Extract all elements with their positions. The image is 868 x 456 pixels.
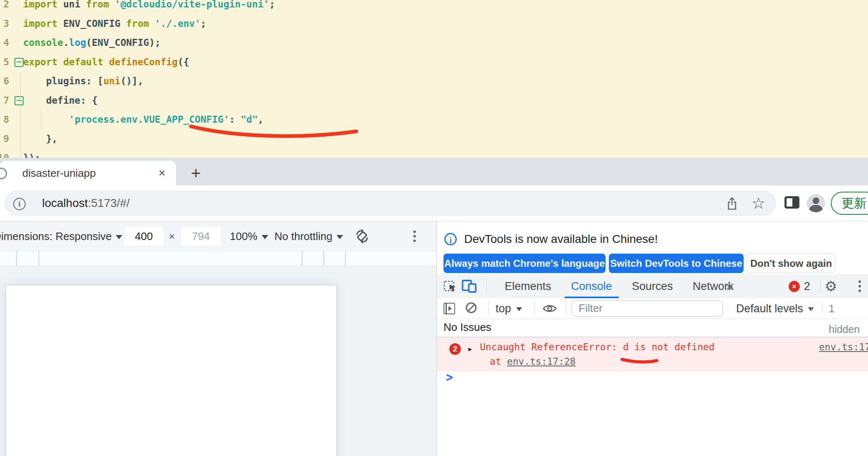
dimensions-dropdown[interactable]: Dimensions: Responsive xyxy=(0,221,122,251)
new-tab-button[interactable]: + xyxy=(187,161,205,185)
rotate-device-icon[interactable] xyxy=(354,228,370,245)
console-error-message[interactable]: 2 ▶ Uncaught ReferenceError: d is not de… xyxy=(437,337,868,371)
separator xyxy=(488,302,489,316)
separator xyxy=(566,302,566,316)
tab-network[interactable]: Network xyxy=(683,274,744,298)
log-levels-dropdown[interactable]: Default levels xyxy=(736,298,814,319)
url-text[interactable]: localhost:5173/#/ xyxy=(42,190,130,216)
separator xyxy=(486,279,487,293)
error-count-badge: 2 xyxy=(449,343,461,355)
more-tabs-icon[interactable]: » xyxy=(726,274,733,298)
browser-toolbar: i localhost:5173/#/ ☆ 更新 xyxy=(0,185,868,221)
separator xyxy=(820,279,820,293)
bookmark-star-icon[interactable]: ☆ xyxy=(751,190,765,216)
devtools-menu-icon[interactable] xyxy=(858,285,861,287)
console-filter-input[interactable]: Filter xyxy=(572,300,723,317)
ruler-line xyxy=(302,251,303,266)
browser-tab[interactable]: disaster-uniapp × xyxy=(0,161,176,185)
error-indicator-icon: × xyxy=(789,281,800,292)
chrome-update-button[interactable]: 更新 xyxy=(831,192,868,215)
clear-console-icon[interactable] xyxy=(466,302,477,313)
screenshot-root: 2import uni from '@dcloudio/vite-plugin-… xyxy=(0,0,868,456)
console-toolbar: top Filter Default levels 1 hidden xyxy=(437,298,868,319)
dimensions-times: × xyxy=(169,221,175,251)
ruler-line xyxy=(323,251,324,266)
inspect-element-icon[interactable] xyxy=(444,280,457,293)
devtools-tabs: ElementsConsoleSourcesNetwork xyxy=(495,274,744,298)
tab-console[interactable]: Console xyxy=(561,274,622,298)
live-expression-eye-icon[interactable] xyxy=(543,304,557,314)
match-language-button[interactable]: Always match Chrome's language xyxy=(444,254,606,273)
tab-elements[interactable]: Elements xyxy=(495,274,561,298)
favicon-icon xyxy=(0,168,7,179)
ruler-line xyxy=(38,251,39,266)
console-prompt-chevron[interactable]: > xyxy=(446,368,453,387)
zoom-dropdown[interactable]: 100% xyxy=(230,221,268,251)
profile-avatar[interactable] xyxy=(807,194,825,212)
height-input[interactable]: 794 xyxy=(181,227,221,246)
device-toolbar-menu-icon[interactable] xyxy=(413,235,416,238)
responsive-viewport[interactable] xyxy=(6,285,337,456)
error-count: 2 xyxy=(804,274,810,298)
side-panel-icon[interactable] xyxy=(785,196,799,209)
settings-gear-icon[interactable]: ⚙ xyxy=(825,274,837,298)
red-pen-annotation xyxy=(0,0,868,158)
ruler-line xyxy=(16,251,17,266)
share-icon[interactable] xyxy=(726,197,738,210)
error-stack-line: at env.ts:17:28 xyxy=(490,353,576,370)
console-sidebar-icon[interactable] xyxy=(444,303,455,314)
device-toolbar-toggle-icon[interactable] xyxy=(462,280,477,293)
chevron-down-icon xyxy=(336,235,343,239)
hidden-messages-label[interactable]: 1 hidden xyxy=(829,298,868,340)
separator xyxy=(822,304,823,314)
expand-triangle-icon[interactable]: ▶ xyxy=(468,343,472,355)
separator xyxy=(811,304,812,314)
chevron-down-icon xyxy=(262,235,268,239)
ruler-line xyxy=(345,251,346,266)
viewport-ruler xyxy=(0,251,436,266)
chevron-down-icon xyxy=(116,235,122,239)
source-link[interactable]: env.ts:17:28 xyxy=(507,356,576,367)
source-location-link[interactable]: env.ts:17 xyxy=(819,338,868,356)
no-issues-label[interactable]: No Issues xyxy=(444,319,491,337)
address-bar[interactable]: i localhost:5173/#/ ☆ xyxy=(4,190,776,216)
device-toolbar: Dimensions: Responsive 400 × 794 100% No… xyxy=(0,221,436,251)
dont-show-again-button[interactable]: Don't show again xyxy=(747,254,835,273)
tab-close-icon[interactable]: × xyxy=(154,161,170,185)
site-info-icon[interactable]: i xyxy=(13,198,26,210)
devtools-tab-bar: ElementsConsoleSourcesNetwork » × 2 ⚙ xyxy=(437,274,868,298)
throttling-dropdown[interactable]: No throttling xyxy=(274,221,343,251)
width-input[interactable]: 400 xyxy=(124,227,164,246)
context-dropdown[interactable]: top xyxy=(496,298,522,319)
tab-sources[interactable]: Sources xyxy=(622,274,683,298)
device-emulation-pane: Dimensions: Responsive 400 × 794 100% No… xyxy=(0,221,436,456)
tab-title: disaster-uniapp xyxy=(22,161,96,185)
devtools-language-banner: DevTools is now available in Chinese! xyxy=(464,227,658,251)
chevron-down-icon xyxy=(516,307,522,311)
switch-to-chinese-button[interactable]: Switch DevTools to Chinese xyxy=(609,254,744,273)
code-editor[interactable]: 2import uni from '@dcloudio/vite-plugin-… xyxy=(0,0,868,158)
browser-tab-strip: disaster-uniapp × + xyxy=(0,158,868,185)
devtools-panel: i DevTools is now available in Chinese! … xyxy=(436,221,868,456)
separator xyxy=(534,302,535,316)
info-icon: i xyxy=(444,233,457,245)
